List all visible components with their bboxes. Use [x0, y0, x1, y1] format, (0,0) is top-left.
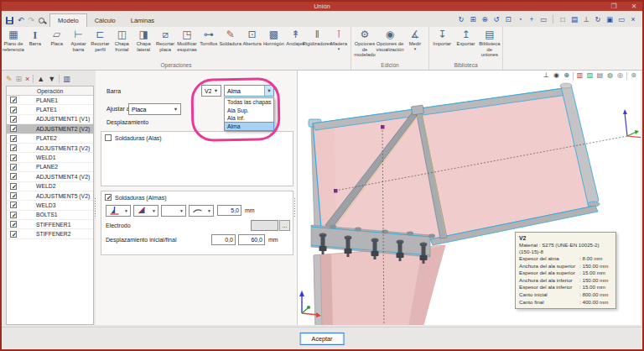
ribbon-button-concrete[interactable]: ▩Hormigón: [263, 28, 285, 47]
ribbon-button-plate[interactable]: ▱Placa: [46, 28, 68, 47]
ribbon-button-wood[interactable]: ⊺Madera▾: [328, 28, 350, 50]
operation-row[interactable]: WELD1: [7, 153, 93, 162]
move-down-icon[interactable]: ▼: [48, 75, 55, 84]
operation-checkbox[interactable]: [10, 144, 17, 151]
edit-icon[interactable]: ✎: [6, 75, 13, 84]
rotate-view-icon[interactable]: ↻: [457, 16, 465, 24]
render-icon[interactable]: ◍: [606, 71, 614, 80]
ribbon-button-visopts[interactable]: ◉Opciones de visualización: [377, 28, 402, 52]
ribbon-button-trimplate[interactable]: ⧄Recortar placa: [154, 28, 176, 52]
ribbon-button-corners[interactable]: ◳Modificar esquinas: [176, 28, 198, 52]
dropdown-option[interactable]: Alma: [225, 123, 273, 131]
operation-checkbox[interactable]: [10, 183, 17, 190]
operation-row[interactable]: PLATE2: [7, 134, 93, 144]
ribbon-button-import[interactable]: ↧Importar: [430, 28, 454, 47]
operation-checkbox[interactable]: [10, 97, 17, 103]
attach-icon[interactable]: ▥: [63, 75, 70, 84]
side-view-icon[interactable]: ▨: [586, 71, 594, 80]
undo-icon[interactable]: ↶: [18, 16, 24, 24]
pan-icon[interactable]: ⊕: [563, 71, 570, 80]
operation-checkbox[interactable]: [10, 192, 17, 199]
ribbon-button-measure[interactable]: ∡Medir▾: [402, 28, 428, 50]
operation-row[interactable]: BOLTS1: [7, 211, 93, 220]
operation-row[interactable]: STIFFENER2: [7, 229, 93, 238]
operation-checkbox[interactable]: [10, 135, 17, 142]
operation-checkbox[interactable]: [10, 202, 17, 208]
operation-checkbox[interactable]: [10, 212, 17, 218]
tab-modelo[interactable]: Modelo: [49, 13, 87, 27]
operation-row[interactable]: ADJUSTMENT2 (V2): [7, 124, 93, 134]
visibility-icon[interactable]: ◎: [616, 71, 624, 80]
zoom-window-icon[interactable]: ⊡: [504, 16, 512, 24]
plate-dropdown[interactable]: Alma ▼: [224, 85, 274, 97]
grab-icon[interactable]: ⊛: [630, 71, 637, 80]
operation-checkbox[interactable]: [10, 173, 17, 180]
close-panel-icon[interactable]: ×: [629, 16, 637, 24]
operation-row[interactable]: PLANE2: [7, 163, 93, 172]
tab-láminas[interactable]: Láminas: [123, 14, 162, 27]
front-view-icon[interactable]: ▥: [576, 71, 584, 80]
ribbon-button-stiffeners[interactable]: ‖Rigidizadores: [306, 28, 328, 47]
operation-row[interactable]: WELD3: [7, 201, 93, 210]
zoom-in-icon[interactable]: ⊕: [480, 16, 489, 24]
sheet-icon[interactable]: ▣: [605, 16, 614, 24]
window-icon[interactable]: □: [558, 16, 567, 24]
ribbon-button-adjustbar[interactable]: ⊢Ajustar barra: [68, 28, 90, 52]
desplazamiento-inicial-input[interactable]: 0,0: [211, 234, 236, 245]
ajustar-dropdown[interactable]: Placa ▼: [128, 103, 181, 115]
ruler-icon[interactable]: ▤: [570, 16, 579, 24]
operation-checkbox[interactable]: [10, 125, 17, 132]
operation-checkbox[interactable]: [10, 164, 17, 170]
move-up-icon[interactable]: ▲: [37, 75, 44, 84]
ribbon-button-ibeam[interactable]: IBarra: [24, 28, 46, 47]
operation-row[interactable]: STIFFENER1: [7, 220, 93, 229]
delete-icon[interactable]: ×: [25, 75, 29, 84]
ribbon-button-bolts[interactable]: ⊶Tornillos: [198, 28, 220, 47]
contour-weld-icon[interactable]: ▼: [189, 205, 214, 217]
perpendicular-icon[interactable]: ⊥: [582, 16, 590, 24]
operation-checkbox[interactable]: [10, 155, 17, 161]
ribbon-button-trimprofile[interactable]: ⊏Recortar perfil: [90, 28, 112, 52]
none-weld-icon[interactable]: ▼: [161, 205, 186, 217]
electrodo-browse-button[interactable]: ...: [279, 220, 290, 231]
shaded-view-icon[interactable]: ◔: [516, 16, 524, 24]
operation-row[interactable]: ADJUSTMENT4 (V2): [7, 172, 93, 181]
viewport-3d[interactable]: ⊥◉⊕▥▨▤◍◎⊛: [297, 71, 641, 325]
snapshot-icon[interactable]: ▭: [539, 16, 548, 24]
operation-row[interactable]: PLANE1: [7, 96, 93, 105]
rotate-icon[interactable]: ↻: [594, 16, 602, 24]
copy-icon[interactable]: ⊞: [16, 75, 23, 84]
axes-icon[interactable]: ⊥: [543, 71, 550, 80]
operation-checkbox[interactable]: [10, 231, 17, 238]
operation-checkbox[interactable]: [10, 107, 17, 113]
zoom-extents-icon[interactable]: ⊞: [469, 16, 477, 24]
pan-icon[interactable]: +: [527, 16, 536, 24]
ribbon-button-opening[interactable]: ⊡Abertura: [242, 28, 263, 47]
top-view-icon[interactable]: ▤: [596, 71, 604, 80]
ribbon-button-grid[interactable]: ▦Plano de referencia: [3, 28, 24, 52]
ribbon-button-modelopts[interactable]: ⚙Opciones de modelado: [352, 28, 377, 58]
soldaduras-alas-checkbox[interactable]: [105, 134, 112, 141]
save-icon[interactable]: [6, 17, 13, 24]
soldaduras-almas-checkbox[interactable]: [105, 194, 112, 201]
dropdown-option[interactable]: Ala Sup.: [225, 107, 273, 115]
dropdown-option[interactable]: Todas las chapas: [225, 98, 273, 107]
desplazamiento-final-input[interactable]: 60,0: [238, 234, 265, 245]
tab-cálculo[interactable]: Cálculo: [87, 14, 123, 27]
operation-checkbox[interactable]: [10, 221, 17, 228]
weld-size-input[interactable]: 5,0: [217, 205, 242, 216]
fillet-weld-icon[interactable]: ▼: [106, 205, 131, 217]
ribbon-button-export[interactable]: ↥Exportar: [454, 28, 477, 47]
search-icon[interactable]: [39, 18, 44, 24]
orbit-icon[interactable]: ↺: [492, 16, 501, 24]
accept-button[interactable]: Aceptar: [300, 333, 345, 345]
operation-row[interactable]: ADJUSTMENT1 (V1): [7, 115, 93, 124]
operation-checkbox[interactable]: [10, 116, 17, 123]
operation-row[interactable]: WELD2: [7, 182, 93, 191]
member-dropdown[interactable]: V2 ▼: [201, 85, 221, 97]
operation-row[interactable]: ADJUSTMENT3 (V2): [7, 144, 93, 153]
operation-row[interactable]: PLATE1: [7, 105, 93, 114]
comment-icon[interactable]: ▭: [617, 16, 626, 24]
operation-row[interactable]: ADJUSTMENT5 (V2): [7, 191, 93, 201]
ribbon-button-sideplate[interactable]: ◨Chapa lateral: [132, 28, 154, 52]
